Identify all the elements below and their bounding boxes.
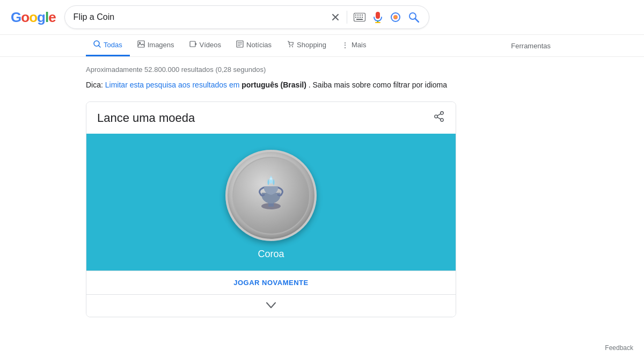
tab-todas-label: Todas (104, 41, 122, 49)
divider (347, 11, 347, 24)
svg-point-30 (435, 115, 438, 119)
coin-inner (232, 157, 310, 235)
expand-button[interactable] (266, 300, 276, 311)
dica-bar: Dica: Limitar esta pesquisa aos resultad… (86, 79, 558, 91)
coin-display[interactable]: Coroa (86, 134, 456, 271)
svg-point-31 (441, 119, 444, 122)
logo-o2: o (29, 9, 37, 26)
imagens-icon (137, 40, 145, 49)
dica-link[interactable]: Limitar esta pesquisa aos resultados em (105, 81, 240, 89)
goblet-svg (247, 171, 295, 220)
svg-rect-6 (357, 17, 358, 18)
svg-rect-8 (362, 17, 363, 18)
todas-icon (93, 40, 101, 49)
svg-point-29 (441, 112, 444, 115)
svg-line-16 (415, 19, 419, 22)
clear-button[interactable] (330, 11, 341, 23)
svg-point-28 (292, 46, 293, 47)
coin-result-label: Coroa (258, 249, 284, 260)
tab-shopping-label: Shopping (297, 41, 326, 49)
noticias-icon (236, 40, 244, 49)
svg-line-18 (99, 46, 100, 47)
logo-g2: g (37, 9, 45, 26)
coin-card-title: Lance uma moeda (97, 111, 195, 125)
tab-noticias[interactable]: Notícias (229, 35, 279, 56)
svg-rect-21 (190, 41, 195, 47)
dica-suffix: . Saiba mais sobre como filtrar por idio… (309, 81, 447, 89)
coin-card: Lance uma moeda (86, 101, 456, 317)
svg-rect-3 (360, 14, 361, 16)
play-again-button[interactable]: JOGAR NOVAMENTE (233, 279, 308, 287)
svg-rect-2 (357, 14, 358, 16)
tab-todas[interactable]: Todas (86, 35, 130, 56)
svg-rect-7 (360, 17, 361, 18)
svg-line-32 (437, 118, 441, 120)
search-bar[interactable]: Flip a Coin (64, 5, 429, 29)
svg-point-20 (139, 42, 141, 43)
logo-o1: o (21, 9, 29, 26)
svg-rect-5 (355, 17, 356, 18)
mais-icon: ⋮ (341, 41, 349, 49)
shopping-icon (287, 40, 294, 49)
tab-imagens[interactable]: Imagens (130, 35, 182, 56)
logo-e: e (48, 9, 55, 26)
svg-rect-19 (138, 41, 144, 47)
tab-imagens-label: Imagens (148, 41, 174, 49)
voice-button[interactable] (372, 10, 384, 24)
search-button[interactable] (407, 11, 420, 24)
svg-rect-10 (376, 12, 380, 19)
keyboard-button[interactable] (353, 12, 367, 23)
results-count: Aproximadamente 52.800.000 resultados (0… (86, 65, 558, 74)
coin[interactable] (225, 150, 317, 241)
search-input[interactable]: Flip a Coin (74, 12, 324, 22)
search-icon (408, 12, 419, 23)
coin-card-header: Lance uma moeda (86, 102, 456, 134)
dica-prefix: Dica: (86, 81, 103, 89)
tab-mais[interactable]: ⋮ Mais (334, 35, 374, 56)
keyboard-icon (354, 13, 365, 21)
tab-shopping[interactable]: Shopping (279, 35, 334, 56)
tab-mais-label: Mais (352, 41, 366, 49)
svg-line-33 (437, 114, 441, 116)
google-logo: Google (11, 9, 56, 26)
ferramentas-button[interactable]: Ferramentas (503, 37, 558, 55)
svg-point-27 (289, 46, 290, 47)
tab-videos-label: Vídeos (200, 41, 221, 49)
share-button[interactable] (433, 111, 445, 125)
nav-tabs: Todas Imagens Vídeos Notícias Shopping ⋮… (0, 35, 644, 57)
search-icons (330, 10, 420, 24)
svg-rect-4 (362, 14, 363, 16)
videos-icon (189, 40, 197, 49)
microphone-icon (373, 11, 383, 23)
lens-button[interactable] (389, 11, 402, 24)
chevron-down-icon (266, 302, 276, 309)
dica-bold: português (Brasil) (241, 81, 306, 89)
tab-noticias-label: Notícias (246, 41, 272, 49)
header: Google Flip a Coin (0, 0, 644, 35)
expand-section (86, 294, 456, 317)
main-content: Aproximadamente 52.800.000 resultados (0… (0, 57, 644, 326)
clear-icon (331, 12, 340, 22)
svg-rect-9 (356, 19, 363, 20)
tab-videos[interactable]: Vídeos (182, 35, 229, 56)
logo-g: G (11, 9, 21, 26)
play-again-section: JOGAR NOVAMENTE (86, 271, 456, 294)
lens-icon (390, 12, 401, 23)
share-icon (433, 111, 445, 122)
svg-rect-1 (355, 14, 356, 16)
